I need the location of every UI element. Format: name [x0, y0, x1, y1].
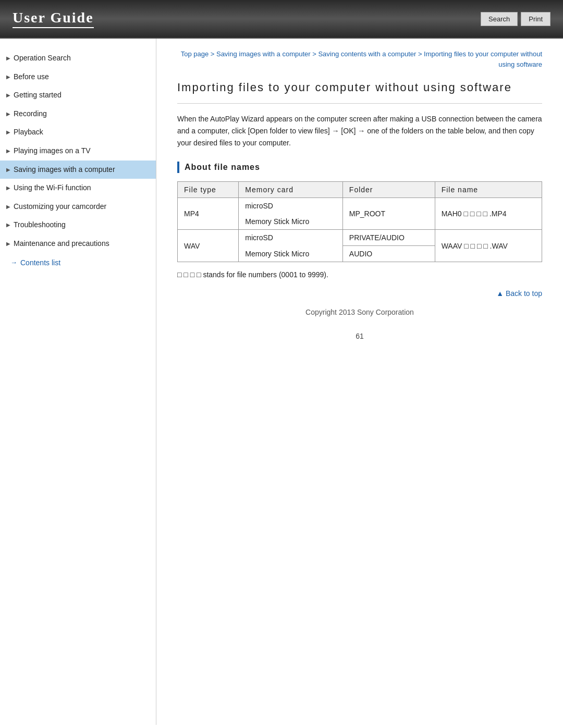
sidebar-item-label: Troubleshooting: [14, 220, 148, 230]
back-to-top-link[interactable]: ▲ Back to top: [177, 289, 542, 298]
breadcrumb-link[interactable]: Top page > Saving images with a computer…: [181, 50, 542, 68]
sidebar-item-label: Recording: [14, 109, 148, 119]
file-name-wav: WAAV □ □ □ □ .WAV: [435, 230, 542, 262]
sidebar-item-getting-started[interactable]: ▶ Getting started: [0, 86, 156, 105]
arrow-icon: ▶: [6, 147, 10, 155]
memory-card-microsd-2: microSD: [239, 230, 343, 246]
sidebar-item-label: Saving images with a computer: [14, 165, 148, 175]
right-arrow-icon: →: [10, 258, 17, 266]
sidebar-item-maintenance-precautions[interactable]: ▶ Maintenance and precautions: [0, 235, 156, 253]
file-type-mp4: MP4: [178, 198, 239, 230]
sidebar-item-label: Customizing your camcorder: [14, 202, 148, 212]
folder-private-audio: PRIVATE/AUDIO: [342, 230, 435, 246]
sidebar-item-label: Operation Search: [14, 53, 148, 64]
sidebar-item-playback[interactable]: ▶ Playback: [0, 123, 156, 142]
footer: Copyright 2013 Sony Corporation: [177, 308, 542, 316]
sidebar-item-before-use[interactable]: ▶ Before use: [0, 68, 156, 87]
sidebar-item-label: Playing images on a TV: [14, 146, 148, 156]
sidebar-item-playing-images-tv[interactable]: ▶ Playing images on a TV: [0, 142, 156, 161]
contents-list-label: Contents list: [20, 258, 60, 267]
sidebar-item-customizing-camcorder[interactable]: ▶ Customizing your camcorder: [0, 198, 156, 216]
col-file-type: File type: [178, 182, 239, 198]
arrow-icon: ▶: [6, 55, 10, 62]
page-number: 61: [177, 332, 542, 340]
section-bar-icon: [177, 162, 179, 173]
table-row: WAV microSD PRIVATE/AUDIO WAAV □ □ □ □ .…: [178, 230, 542, 246]
page-title: Importing files to your computer without…: [177, 80, 542, 104]
sidebar-item-label: Before use: [14, 72, 148, 82]
header: User Guide Search Print: [0, 0, 563, 39]
app-title: User Guide: [13, 9, 94, 28]
layout: ▶ Operation Search ▶ Before use ▶ Gettin…: [0, 39, 563, 725]
col-memory-card: Memory card: [239, 182, 343, 198]
folder-audio: AUDIO: [342, 246, 435, 262]
arrow-icon: ▶: [6, 129, 10, 136]
note-text: □ □ □ □ stands for file numbers (0001 to…: [177, 270, 542, 279]
arrow-icon: ▶: [6, 184, 10, 192]
sidebar-item-recording[interactable]: ▶ Recording: [0, 105, 156, 124]
search-button[interactable]: Search: [481, 12, 518, 26]
section-heading-label: About file names: [185, 163, 260, 172]
file-name-mp4: MAH0 □ □ □ □ .MP4: [435, 198, 542, 230]
memory-card-microsd-1: microSD: [239, 198, 343, 214]
memory-card-memory-stick-2: Memory Stick Micro: [239, 246, 343, 262]
header-buttons: Search Print: [481, 12, 550, 26]
file-table: File type Memory card Folder File name M…: [177, 181, 542, 262]
sidebar: ▶ Operation Search ▶ Before use ▶ Gettin…: [0, 39, 156, 725]
folder-mp-root: MP_ROOT: [342, 198, 435, 230]
sidebar-item-wifi-function[interactable]: ▶ Using the Wi-Fi function: [0, 179, 156, 198]
arrow-icon: ▶: [6, 240, 10, 248]
main-content: Top page > Saving images with a computer…: [156, 39, 563, 725]
sidebar-item-saving-images-computer[interactable]: ▶ Saving images with a computer: [0, 161, 156, 179]
table-row: MP4 microSD MP_ROOT MAH0 □ □ □ □ .MP4: [178, 198, 542, 214]
arrow-icon: ▶: [6, 73, 10, 81]
arrow-icon: ▶: [6, 110, 10, 118]
body-text: When the AutoPlay Wizard appears on the …: [177, 113, 542, 149]
arrow-icon: ▶: [6, 92, 10, 99]
sidebar-item-label: Playback: [14, 127, 148, 138]
arrow-icon: ▶: [6, 221, 10, 229]
memory-card-memory-stick-1: Memory Stick Micro: [239, 214, 343, 230]
arrow-icon: ▶: [6, 203, 10, 211]
arrow-icon: ▶: [6, 166, 10, 174]
section-heading: About file names: [177, 162, 542, 173]
print-button[interactable]: Print: [521, 12, 550, 26]
sidebar-item-troubleshooting[interactable]: ▶ Troubleshooting: [0, 216, 156, 235]
contents-list-link[interactable]: → Contents list: [0, 253, 156, 272]
col-file-name: File name: [435, 182, 542, 198]
sidebar-item-label: Using the Wi-Fi function: [14, 183, 148, 193]
file-type-wav: WAV: [178, 230, 239, 262]
breadcrumb[interactable]: Top page > Saving images with a computer…: [177, 49, 542, 69]
sidebar-item-label: Maintenance and precautions: [14, 239, 148, 249]
col-folder: Folder: [342, 182, 435, 198]
sidebar-item-label: Getting started: [14, 90, 148, 101]
sidebar-item-operation-search[interactable]: ▶ Operation Search: [0, 49, 156, 68]
